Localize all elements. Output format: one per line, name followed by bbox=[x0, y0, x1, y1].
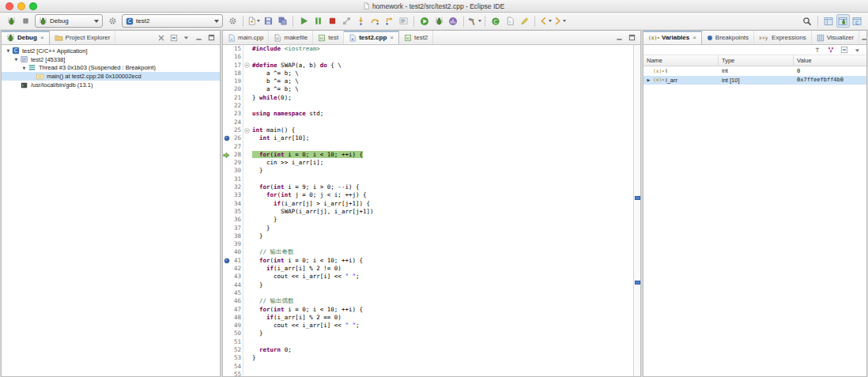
open-perspective-button[interactable] bbox=[822, 14, 836, 28]
overview-marker[interactable] bbox=[635, 196, 640, 200]
breakpoint-gutter[interactable] bbox=[223, 159, 230, 167]
instruction-pointer-icon[interactable] bbox=[223, 151, 230, 159]
new-wizard-button[interactable] bbox=[247, 14, 261, 28]
twistie-icon[interactable]: ▼ bbox=[13, 57, 20, 62]
editor-tab-makefile[interactable]: makefile bbox=[269, 31, 313, 44]
breakpoint-gutter[interactable] bbox=[223, 45, 230, 53]
breakpoint-gutter[interactable] bbox=[223, 371, 230, 376]
code-content[interactable]: 15#include <iostream>1617#define SWAP(a,… bbox=[223, 45, 633, 376]
breakpoint-gutter[interactable] bbox=[223, 70, 230, 77]
search-button[interactable] bbox=[801, 14, 814, 28]
close-tab-icon[interactable]: × bbox=[693, 34, 696, 41]
cpp-perspective-button[interactable]: C bbox=[851, 14, 864, 28]
breakpoint-gutter[interactable] bbox=[223, 183, 230, 191]
resume-button[interactable] bbox=[297, 14, 311, 28]
variables-view-tab-expressions[interactable]: x+yExpressions bbox=[754, 31, 812, 44]
breakpoint-gutter[interactable] bbox=[223, 102, 230, 110]
breakpoint-gutter[interactable] bbox=[223, 289, 230, 297]
step-over-button[interactable] bbox=[368, 14, 382, 28]
close-tab-icon[interactable]: × bbox=[390, 34, 394, 41]
breakpoint-gutter[interactable] bbox=[223, 330, 230, 337]
breakpoint-gutter[interactable] bbox=[223, 208, 230, 216]
breakpoint-gutter[interactable] bbox=[223, 126, 230, 134]
breakpoint-gutter[interactable] bbox=[223, 53, 230, 61]
suspend-button[interactable] bbox=[311, 14, 325, 28]
breakpoint-gutter[interactable] bbox=[223, 346, 230, 354]
breakpoint-gutter[interactable] bbox=[223, 216, 230, 224]
debug-view-tab-debug[interactable]: Debug× bbox=[2, 31, 50, 44]
breakpoint-gutter[interactable] bbox=[223, 85, 230, 93]
run-button[interactable] bbox=[418, 14, 432, 28]
debug-button[interactable] bbox=[432, 14, 446, 28]
breakpoint-gutter[interactable] bbox=[223, 119, 230, 126]
launch-config-combo[interactable]: Ctest2 bbox=[122, 14, 223, 28]
launch-debug-button[interactable] bbox=[5, 14, 18, 28]
back-button[interactable] bbox=[539, 14, 553, 28]
debug-tree-item[interactable]: ▼Ctest2 [C/C++ Application] bbox=[2, 47, 220, 55]
toggle-mark-occurrences-button[interactable] bbox=[518, 14, 531, 28]
column-header-value[interactable]: Value bbox=[794, 55, 866, 66]
breakpoint-gutter[interactable] bbox=[223, 167, 230, 175]
breakpoint-gutter[interactable] bbox=[223, 281, 230, 289]
disconnect-button[interactable] bbox=[340, 14, 353, 28]
breakpoint-gutter[interactable] bbox=[223, 175, 230, 183]
editor-tab-main-cpp[interactable]: cmain.cpp bbox=[223, 31, 269, 44]
show-type-names-button[interactable]: T bbox=[812, 45, 822, 55]
profile-button[interactable] bbox=[447, 14, 460, 28]
build-button[interactable] bbox=[468, 14, 481, 28]
debug-tree-item[interactable]: ▼Thread #3 0x1b03 (Suspended : Breakpoin… bbox=[2, 64, 220, 73]
breakpoint-gutter[interactable] bbox=[223, 143, 230, 151]
collapse-all-button[interactable] bbox=[168, 32, 179, 43]
breakpoint-gutter[interactable] bbox=[223, 94, 230, 102]
breakpoint-gutter[interactable] bbox=[223, 200, 230, 208]
maximize-button[interactable] bbox=[627, 32, 637, 43]
close-window-button[interactable] bbox=[6, 2, 13, 10]
breakpoint-gutter[interactable] bbox=[223, 77, 230, 85]
breakpoint-gutter[interactable] bbox=[223, 314, 230, 322]
new-class-button[interactable]: C bbox=[489, 14, 503, 28]
instruction-stepping-button[interactable] bbox=[397, 14, 410, 28]
minimize-button[interactable] bbox=[859, 32, 867, 43]
breakpoint-gutter[interactable] bbox=[223, 232, 230, 240]
step-into-button[interactable] bbox=[354, 14, 368, 28]
step-return-button[interactable] bbox=[383, 14, 396, 28]
breakpoint-gutter[interactable] bbox=[223, 62, 230, 70]
show-logical-structures-button[interactable] bbox=[825, 45, 836, 55]
fold-toggle-icon[interactable] bbox=[243, 62, 250, 70]
expander-icon[interactable]: ▶ bbox=[646, 77, 651, 82]
breakpoint-gutter[interactable] bbox=[223, 265, 230, 273]
breakpoint-gutter[interactable] bbox=[223, 224, 230, 232]
variables-view-tab-visualizer[interactable]: Visualizer bbox=[812, 31, 860, 44]
launch-mode-combo[interactable]: Debug bbox=[35, 14, 103, 28]
debug-view-tab-project-explorer[interactable]: Project Explorer bbox=[50, 31, 116, 44]
view-menu-button[interactable] bbox=[852, 45, 862, 55]
overview-marker[interactable] bbox=[635, 281, 640, 285]
variables-view-tab-breakpoints[interactable]: Breakpoints bbox=[702, 31, 754, 44]
overview-ruler[interactable] bbox=[633, 45, 640, 376]
debug-tree-item[interactable]: main() at test2.cpp:28 0x100002ecd bbox=[2, 72, 220, 81]
breakpoint-gutter[interactable] bbox=[223, 322, 230, 330]
breakpoint-gutter[interactable] bbox=[223, 110, 230, 118]
terminate-button[interactable] bbox=[326, 14, 339, 28]
breakpoint-gutter[interactable] bbox=[223, 354, 230, 362]
maximize-button[interactable] bbox=[206, 32, 217, 43]
variable-row[interactable]: (x)=iint0 bbox=[643, 66, 866, 76]
save-button[interactable] bbox=[262, 14, 275, 28]
column-header-name[interactable]: Name bbox=[643, 55, 719, 66]
debug-tree-item[interactable]: /usr/local/bin/gdb (13.1) bbox=[2, 81, 220, 89]
editor-tab-test2-cpp[interactable]: ctest2.cpp× bbox=[344, 31, 399, 44]
breakpoint-gutter[interactable] bbox=[223, 297, 230, 305]
debug-tree-item[interactable]: ▼test2 [45338] bbox=[2, 55, 220, 64]
breakpoint-gutter[interactable] bbox=[223, 306, 230, 314]
breakpoint-gutter[interactable] bbox=[223, 191, 230, 199]
breakpoint-gutter[interactable] bbox=[223, 273, 230, 281]
collapse-all-button[interactable] bbox=[839, 45, 849, 55]
breakpoint-gutter[interactable] bbox=[223, 338, 230, 346]
launch-mode-settings-button[interactable] bbox=[106, 14, 119, 28]
breakpoint-gutter[interactable] bbox=[223, 248, 230, 256]
zoom-window-button[interactable] bbox=[29, 2, 37, 10]
launch-config-settings-button[interactable] bbox=[226, 14, 240, 28]
variables-view-tab-variables[interactable]: (x)=Variables× bbox=[643, 31, 702, 44]
fold-toggle-icon[interactable] bbox=[243, 126, 250, 134]
breakpoint-icon[interactable] bbox=[223, 134, 230, 142]
